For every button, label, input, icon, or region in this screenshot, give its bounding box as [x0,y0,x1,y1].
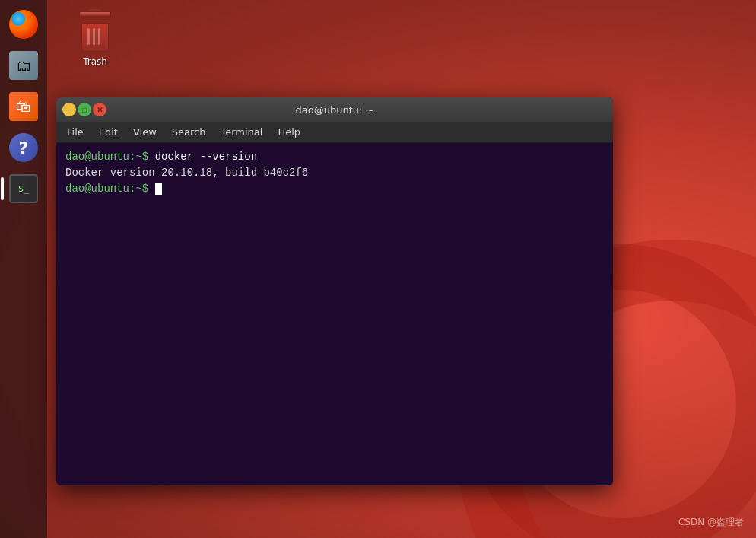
launcher-item-firefox[interactable] [5,6,42,43]
terminal-title: dao@ubuntu: ~ [296,104,374,116]
terminal-titlebar[interactable]: – □ ✕ dao@ubuntu: ~ [56,97,613,122]
launcher-item-appstore[interactable]: 🛍 [5,88,42,125]
prompt-1: dao@ubuntu:~$ [65,151,155,163]
watermark: CSDN @盗理者 [678,516,744,529]
terminal-line-2: Docker version 20.10.18, build b40c2f6 [65,165,604,181]
firefox-icon [9,10,38,39]
terminal-line-1: dao@ubuntu:~$ docker --version [65,149,604,165]
appstore-icon: 🛍 [9,92,38,121]
terminal-menubar: File Edit View Search Terminal Help [56,122,613,143]
command-1: docker --version [155,151,257,163]
terminal-launcher-icon: $_ [9,174,38,203]
maximize-button[interactable]: □ [78,103,91,116]
cursor [155,183,162,195]
menu-view[interactable]: View [127,124,163,140]
menu-edit[interactable]: Edit [93,124,124,140]
titlebar-controls: – □ ✕ [62,103,106,116]
trash-icon [77,8,113,47]
watermark-text: CSDN @盗理者 [678,517,744,527]
menu-search[interactable]: Search [166,124,212,140]
output-1: Docker version 20.10.18, build b40c2f6 [65,167,308,179]
launcher-item-files[interactable]: 🗂 [5,47,42,84]
menu-file[interactable]: File [61,124,90,140]
terminal-line-3: dao@ubuntu:~$ [65,181,604,197]
menu-terminal[interactable]: Terminal [214,124,268,140]
minimize-button[interactable]: – [62,103,76,116]
terminal-body[interactable]: dao@ubuntu:~$ docker --version Docker ve… [56,143,613,485]
close-button[interactable]: ✕ [93,103,106,116]
trash-label: Trash [83,56,107,67]
menu-help[interactable]: Help [272,124,307,140]
help-icon: ? [9,133,38,162]
files-icon: 🗂 [9,51,38,80]
prompt-2: dao@ubuntu:~$ [65,183,155,195]
terminal-window: – □ ✕ dao@ubuntu: ~ File Edit View Searc… [56,97,613,485]
launcher-item-terminal[interactable]: $_ [5,170,42,207]
desktop: 🗂 🛍 ? $_ Trash – □ ✕ [0,0,756,538]
trash-desktop-icon[interactable]: Trash [68,8,122,67]
launcher: 🗂 🛍 ? $_ [0,0,47,538]
launcher-item-help[interactable]: ? [5,129,42,166]
